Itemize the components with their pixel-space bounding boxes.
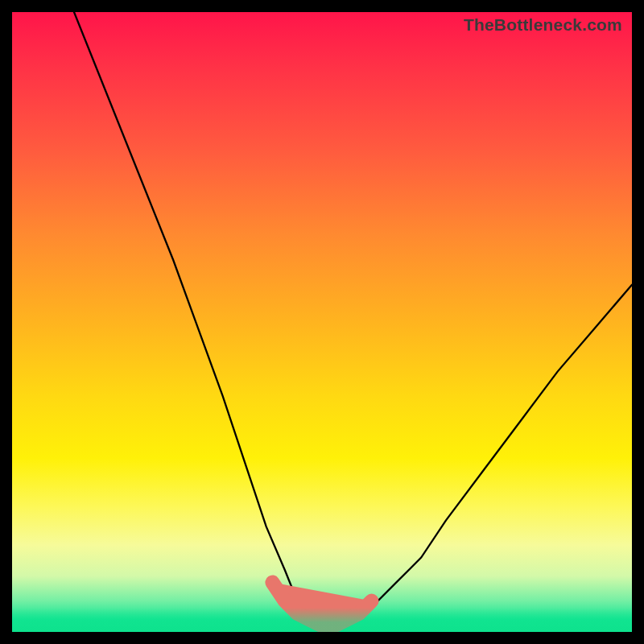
outer-frame: TheBottleneck.com (0, 0, 644, 644)
plot-area: TheBottleneck.com (12, 12, 632, 632)
right-curve-path (322, 285, 632, 632)
curve-layer (12, 12, 632, 632)
left-curve-path (74, 12, 322, 632)
optimum-blob (272, 582, 371, 625)
